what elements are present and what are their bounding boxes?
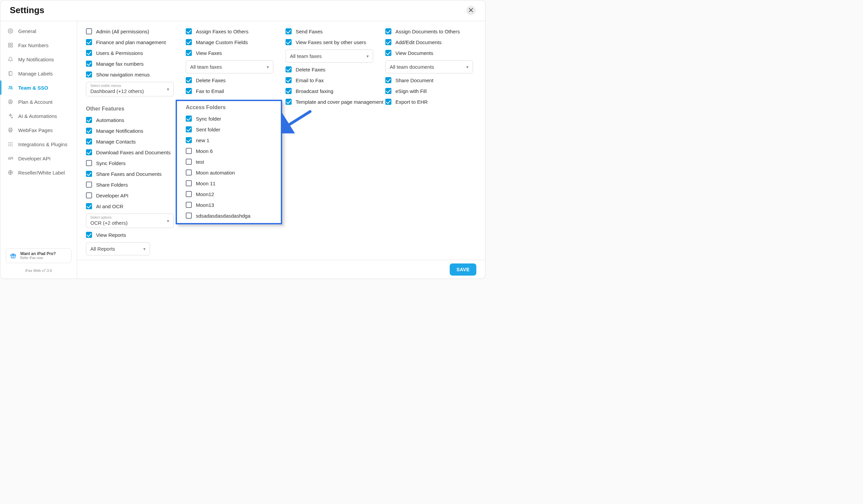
sidebar-item-my-notifications[interactable]: My Notifications (0, 52, 77, 66)
save-button[interactable]: SAVE (450, 263, 476, 275)
checkbox[interactable] (286, 66, 291, 73)
checkbox[interactable] (385, 50, 391, 56)
sidebar-item-developer-api[interactable]: APIDeveloper API (0, 151, 77, 165)
checkbox[interactable] (86, 28, 92, 34)
svg-point-21 (11, 145, 12, 146)
checkbox[interactable] (186, 180, 192, 186)
sidebar-item-label: Manage Labels (18, 71, 53, 77)
sidebar-item-plan-account[interactable]: Plan & Account (0, 95, 77, 109)
checkbox[interactable] (385, 88, 391, 94)
dropdown[interactable]: All team documents▼ (385, 60, 473, 74)
sidebar-item-manage-labels[interactable]: Manage Labels (0, 66, 77, 80)
checkbox[interactable] (385, 99, 391, 105)
checkbox[interactable] (86, 192, 92, 198)
checkbox[interactable] (186, 50, 192, 56)
svg-point-15 (11, 142, 12, 143)
checkbox[interactable] (186, 39, 192, 45)
checkbox[interactable] (385, 77, 391, 83)
svg-point-17 (10, 144, 11, 145)
permission-row: Show navigation menus (86, 70, 186, 78)
checkbox[interactable] (86, 139, 92, 144)
svg-point-9 (10, 101, 11, 102)
checkbox[interactable] (286, 99, 291, 105)
permissions-column-1: Assign Faxes to OthersManage Custom Fiel… (186, 27, 286, 255)
checkbox[interactable] (186, 77, 192, 83)
permission-row: Delete Faxes (186, 76, 286, 84)
checkbox[interactable] (186, 148, 192, 154)
sidebar-item-fax-numbers[interactable]: Fax Numbers (0, 38, 77, 52)
checkbox[interactable] (86, 128, 92, 134)
bell-icon (8, 56, 13, 62)
checkbox-label: Moon automation (196, 170, 235, 176)
checkbox-label: Delete Faxes (196, 77, 226, 83)
permission-row: Manage fax numbers (86, 60, 186, 68)
sidebar-promo[interactable]: Want an iPad Pro? Refer iFax now (6, 248, 72, 263)
svg-point-13 (9, 142, 10, 143)
checkbox[interactable] (186, 28, 192, 34)
dropdown[interactable]: All Reports▼ (86, 242, 150, 255)
user-circle-icon (8, 99, 13, 105)
permission-row: Email to Fax (286, 76, 385, 84)
sidebar-item-ai-automations[interactable]: AI & Automations (0, 109, 77, 123)
checkbox[interactable] (86, 117, 92, 123)
content: Admin (All permissions)Finance and plan … (77, 21, 485, 260)
dropdown-value: All team faxes (190, 64, 269, 70)
checkbox[interactable] (86, 232, 92, 238)
checkbox[interactable] (86, 39, 92, 45)
checkbox[interactable] (186, 191, 192, 197)
dropdown[interactable]: Select visible menusDashboard (+12 other… (86, 82, 174, 96)
checkbox[interactable] (86, 50, 92, 56)
checkbox[interactable] (286, 77, 291, 83)
dropdown[interactable]: All team faxes▼ (286, 50, 373, 63)
sidebar-item-general[interactable]: General (0, 24, 77, 38)
sidebar-item-team-sso[interactable]: Team & SSO (0, 80, 77, 95)
gift-icon (10, 252, 17, 259)
checkbox[interactable] (86, 160, 92, 166)
footer: SAVE (77, 260, 485, 279)
checkbox[interactable] (186, 88, 192, 94)
checkbox-label: Template and cover page management (296, 99, 383, 105)
checkbox[interactable] (186, 159, 192, 165)
checkbox-label: Send Faxes (296, 29, 323, 34)
checkbox[interactable] (286, 39, 291, 45)
checkbox[interactable] (86, 182, 92, 188)
checkbox[interactable] (186, 202, 192, 208)
checkbox[interactable] (186, 212, 192, 219)
permission-row: Assign Faxes to Others (186, 27, 286, 35)
section-access-folders: Sync folderSent foldernew 1Moon 6testMoo… (186, 115, 286, 220)
checkbox[interactable] (86, 61, 92, 67)
checkbox[interactable] (186, 169, 192, 176)
checkbox[interactable] (385, 28, 391, 34)
checkbox[interactable] (186, 137, 192, 143)
permission-row: Share Document (385, 76, 485, 84)
dropdown[interactable]: All team faxes▼ (186, 60, 273, 74)
permission-row: View Reports (86, 231, 186, 239)
checkbox[interactable] (86, 203, 92, 209)
checkbox-label: sdsadasdasdasdashdga (196, 213, 250, 219)
permissions-column-0: Admin (All permissions)Finance and plan … (86, 27, 186, 255)
checkbox[interactable] (86, 72, 92, 77)
checkbox[interactable] (186, 126, 192, 132)
checkbox[interactable] (286, 28, 291, 34)
svg-point-18 (11, 144, 12, 145)
checkbox-label: View Documents (396, 50, 433, 56)
checkbox[interactable] (286, 88, 291, 94)
chevron-down-icon: ▼ (366, 54, 370, 58)
checkbox[interactable] (86, 149, 92, 155)
permission-row: Assign Documents to Others (385, 27, 485, 35)
permission-row: Admin (All permissions) (86, 27, 186, 35)
checkbox[interactable] (186, 116, 192, 121)
sidebar-item-reseller-white-label[interactable]: Reseller/White Label (0, 165, 77, 180)
close-button[interactable] (466, 6, 476, 15)
checkbox[interactable] (86, 171, 92, 177)
sidebar-item-integrations-plugins[interactable]: Integrations & Plugins (0, 137, 77, 151)
checkbox[interactable] (385, 39, 391, 45)
checkbox-label: Delete Faxes (296, 67, 325, 73)
permission-row: Share Faxes and Documents (86, 170, 186, 178)
svg-point-16 (9, 144, 10, 145)
chevron-down-icon: ▼ (266, 65, 270, 69)
checkbox-label: Automations (96, 117, 124, 123)
dropdown[interactable]: Select optionsOCR (+2 others)▼ (86, 214, 174, 228)
sidebar-item-webfax-pages[interactable]: WebFax Pages (0, 123, 77, 137)
checkbox-label: Broadcast faxing (296, 88, 334, 94)
